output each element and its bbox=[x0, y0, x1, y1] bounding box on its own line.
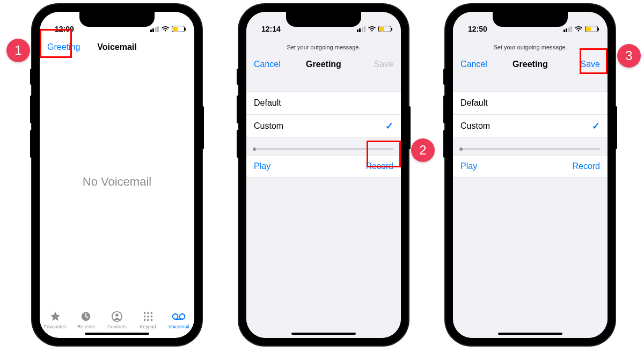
tab-contacts[interactable]: Contacts bbox=[103, 310, 131, 329]
svg-point-13 bbox=[180, 314, 185, 319]
tab-keypad[interactable]: Keypad bbox=[134, 310, 163, 329]
checkmark-icon: ✓ bbox=[592, 120, 600, 132]
greeting-options-list: Default Custom ✓ bbox=[246, 91, 401, 137]
step-badge-1: 1 bbox=[6, 39, 30, 62]
svg-point-9 bbox=[143, 319, 145, 321]
svg-point-2 bbox=[115, 313, 119, 317]
svg-point-3 bbox=[143, 312, 145, 314]
signal-icon bbox=[564, 26, 573, 32]
wifi-icon bbox=[368, 26, 376, 32]
tab-label: Contacts bbox=[107, 324, 127, 329]
nav-bar: Greeting Voicemail bbox=[40, 35, 194, 59]
row-label: Custom bbox=[254, 121, 283, 131]
status-time: 12:09 bbox=[55, 25, 74, 33]
tab-label: Voicemail bbox=[169, 324, 189, 329]
row-custom[interactable]: Custom ✓ bbox=[246, 114, 401, 137]
voicemail-body: No Voicemail bbox=[40, 59, 194, 305]
checkmark-icon: ✓ bbox=[385, 120, 393, 132]
tab-label: Keypad bbox=[140, 324, 156, 329]
notch bbox=[493, 12, 568, 27]
star-icon bbox=[49, 310, 61, 323]
no-voicemail-label: No Voicemail bbox=[83, 175, 151, 189]
wifi-icon bbox=[574, 26, 583, 32]
status-time: 12:14 bbox=[261, 25, 281, 33]
home-indicator[interactable] bbox=[291, 333, 356, 335]
cancel-button[interactable]: Cancel bbox=[254, 60, 281, 69]
tab-label: Favourites bbox=[44, 324, 67, 329]
play-record-row: Play Record bbox=[453, 155, 608, 178]
phone-mockup-2: 12:14 Set your outgoing message. Cancel … bbox=[239, 4, 408, 345]
tab-recents[interactable]: Recents bbox=[71, 310, 100, 329]
tab-favourites[interactable]: Favourites bbox=[41, 310, 70, 329]
play-button[interactable]: Play bbox=[460, 161, 477, 171]
sheet-nav: Cancel Greeting Save bbox=[246, 54, 401, 75]
home-indicator[interactable] bbox=[85, 333, 149, 335]
svg-point-12 bbox=[173, 314, 178, 319]
save-button: Save bbox=[374, 60, 393, 69]
wifi-icon bbox=[161, 26, 170, 32]
status-time: 12:50 bbox=[468, 25, 487, 33]
sheet-hint: Set your outgoing message. bbox=[246, 39, 401, 54]
svg-point-7 bbox=[147, 315, 149, 318]
save-button[interactable]: Save bbox=[581, 60, 600, 69]
svg-point-11 bbox=[150, 319, 152, 321]
notch bbox=[79, 12, 155, 27]
battery-icon bbox=[378, 26, 391, 32]
step-badge-2: 2 bbox=[411, 138, 435, 162]
signal-icon bbox=[357, 26, 366, 32]
svg-point-10 bbox=[147, 319, 149, 321]
tab-label: Recents bbox=[77, 324, 95, 329]
svg-point-8 bbox=[150, 315, 152, 318]
record-button[interactable]: Record bbox=[572, 161, 600, 171]
row-default[interactable]: Default bbox=[246, 92, 401, 114]
sheet-hint: Set your outgoing message. bbox=[453, 39, 608, 54]
svg-point-5 bbox=[150, 312, 152, 314]
tab-voicemail[interactable]: Voicemail bbox=[164, 310, 193, 329]
greeting-link[interactable]: Greeting bbox=[47, 42, 80, 52]
voicemail-icon bbox=[172, 310, 186, 323]
greeting-sheet: Set your outgoing message. Cancel Greeti… bbox=[453, 39, 608, 338]
clock-icon bbox=[80, 310, 92, 323]
step-badge-3: 3 bbox=[617, 44, 641, 68]
play-record-row: Play Record bbox=[246, 155, 401, 178]
record-button[interactable]: Record bbox=[365, 161, 393, 171]
svg-point-4 bbox=[147, 312, 149, 314]
cancel-button[interactable]: Cancel bbox=[460, 60, 487, 69]
row-label: Custom bbox=[460, 121, 490, 131]
signal-icon bbox=[150, 26, 159, 32]
battery-icon bbox=[172, 26, 185, 32]
person-icon bbox=[111, 310, 123, 323]
row-custom[interactable]: Custom ✓ bbox=[453, 114, 608, 137]
row-label: Default bbox=[254, 98, 281, 108]
greeting-options-list: Default Custom ✓ bbox=[453, 91, 608, 137]
page-title: Voicemail bbox=[97, 42, 137, 52]
keypad-icon bbox=[142, 310, 154, 323]
sheet-title: Greeting bbox=[513, 60, 548, 69]
sheet-nav: Cancel Greeting Save bbox=[453, 54, 608, 75]
notch bbox=[286, 12, 361, 27]
audio-scrubber[interactable] bbox=[453, 137, 608, 155]
play-button[interactable]: Play bbox=[254, 161, 270, 171]
audio-scrubber[interactable] bbox=[246, 137, 401, 155]
row-label: Default bbox=[460, 98, 488, 108]
battery-icon bbox=[585, 26, 598, 32]
phone-mockup-3: 12:50 Set your outgoing message. Cancel … bbox=[445, 4, 615, 345]
row-default[interactable]: Default bbox=[453, 92, 608, 114]
sheet-title: Greeting bbox=[306, 60, 341, 69]
greeting-sheet: Set your outgoing message. Cancel Greeti… bbox=[246, 39, 401, 338]
svg-point-6 bbox=[143, 315, 145, 318]
home-indicator[interactable] bbox=[498, 333, 562, 335]
phone-mockup-1: 12:09 Greeting Voicemail No Voicemail Fa… bbox=[32, 4, 202, 345]
